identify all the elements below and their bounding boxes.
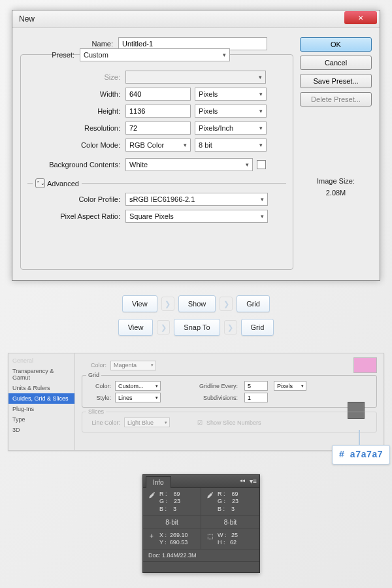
info-rgb-secondary: R : 69 G : 23 B : 3 (201, 488, 259, 516)
menu-snapto-button[interactable]: Snap To (174, 319, 220, 336)
info-tab[interactable]: Info (146, 476, 171, 488)
grid-color-dropdown[interactable]: Custom... (115, 381, 161, 391)
menu-grid-button[interactable]: Grid (241, 319, 274, 336)
chevron-right-icon: ❯ (224, 320, 237, 335)
bg-label: Background Contents: (27, 161, 125, 169)
info-doc-size: Doc: 1.84M/22.3M (143, 549, 259, 562)
guides-color-swatch[interactable] (353, 357, 377, 373)
width-unit-dropdown[interactable]: Pixels (195, 88, 267, 101)
info-panel: Info ◂◂ ▾≡ R : 69 G : 23 B : 3 R : 69 G … (142, 474, 260, 573)
prefs-item-type[interactable]: Type (8, 414, 74, 425)
menu-view-button[interactable]: View (118, 319, 154, 336)
colorbits-dropdown[interactable]: 8 bit (195, 139, 267, 152)
prefs-sidebar: General Transparency & Gamut Units & Rul… (8, 353, 75, 450)
colormode-label: Color Mode: (27, 141, 125, 149)
collapse-icon[interactable]: ◂◂ (240, 478, 245, 483)
prefs-item-guides-grid[interactable]: Guides, Grid & Slices (8, 393, 74, 404)
resolution-label: Resolution: (27, 124, 125, 132)
subdivisions-input[interactable] (244, 393, 268, 402)
menu-grid-button[interactable]: Grid (237, 295, 270, 312)
menu-show-button[interactable]: Show (178, 295, 216, 312)
close-icon: ✕ (358, 14, 363, 22)
info-xy: + X : 269.10 Y : 690.53 (143, 529, 201, 550)
resolution-unit-dropdown[interactable]: Pixels/Inch (195, 122, 267, 135)
info-bit-2: 8-bit (201, 516, 259, 529)
profile-label: Color Profile: (27, 195, 125, 203)
grid-color-label: Color: (86, 383, 111, 389)
advanced-toggle[interactable]: ⌃⌄ (35, 178, 45, 188)
gridline-unit-dropdown[interactable]: Pixels (274, 381, 306, 391)
par-label: Pixel Aspect Ratio: (27, 212, 125, 220)
par-dropdown[interactable]: Square Pixels (125, 210, 268, 223)
size-label: Size: (27, 73, 125, 81)
gridline-every-label: Gridline Every: (195, 383, 240, 389)
menu-view-button[interactable]: View (122, 295, 157, 312)
size-dropdown (125, 71, 266, 84)
dialog-title: New (19, 14, 35, 24)
new-document-dialog: New ✕ Name: Preset: Custom Size: Width: (12, 10, 380, 281)
grid-style-dropdown[interactable]: Lines (115, 393, 161, 402)
width-input[interactable] (125, 88, 191, 101)
ok-button[interactable]: OK (300, 37, 372, 52)
slices-group-label: Slices (86, 408, 106, 415)
height-unit-dropdown[interactable]: Pixels (195, 105, 267, 118)
preferences-panel: General Transparency & Gamut Units & Rul… (8, 353, 384, 451)
advanced-label: Advanced (47, 180, 79, 188)
prefs-item-transparency[interactable]: Transparency & Gamut (8, 366, 74, 383)
slices-color-label: Line Color: (86, 419, 120, 426)
profile-dropdown[interactable]: sRGB IEC61966-2.1 (125, 193, 268, 206)
dimensions-icon: ⬚ (205, 532, 214, 547)
grid-style-label: Style: (86, 395, 111, 401)
height-label: Height: (27, 107, 125, 115)
crosshair-icon: + (147, 532, 156, 547)
chevron-right-icon: ❯ (220, 297, 233, 311)
chevron-right-icon: ❯ (157, 320, 170, 335)
info-rgb-primary: R : 69 G : 23 B : 3 (143, 488, 201, 516)
grid-group-label: Grid (86, 372, 101, 378)
cancel-button[interactable]: Cancel (300, 56, 372, 70)
info-panel-footer (143, 562, 259, 572)
bg-color-swatch[interactable] (257, 160, 266, 169)
prefs-item-plugins[interactable]: Plug-Ins (8, 404, 74, 414)
chevron-right-icon: ❯ (161, 297, 174, 311)
colormode-dropdown[interactable]: RGB Color (125, 139, 191, 152)
slices-color-dropdown[interactable]: Light Blue (124, 417, 170, 427)
prefs-item-units[interactable]: Units & Rulers (8, 383, 74, 393)
show-slice-numbers-label: Show Slice Numbers (206, 419, 261, 426)
dialog-titlebar[interactable]: New ✕ (12, 10, 380, 28)
panel-menu-icon[interactable]: ▾≡ (250, 478, 257, 485)
name-label: Name: (20, 40, 118, 48)
preset-dropdown[interactable]: Custom (80, 48, 230, 61)
width-label: Width: (27, 90, 125, 98)
subdivisions-label: Subdivisions: (195, 395, 240, 401)
bg-dropdown[interactable]: White (125, 158, 253, 171)
gridline-every-input[interactable] (244, 381, 268, 391)
prefs-item-3d[interactable]: 3D (8, 425, 74, 435)
guides-color-label: Color: (82, 362, 106, 368)
menu-path-view-show-grid: View ❯ Show ❯ Grid (0, 295, 392, 312)
preset-label: Preset: (27, 51, 80, 59)
info-wh: ⬚ W : 25 H : 62 (201, 529, 259, 550)
close-button[interactable]: ✕ (344, 11, 377, 24)
save-preset-button[interactable]: Save Preset... (300, 74, 372, 88)
eyedropper-icon (147, 491, 156, 513)
image-size-display: Image Size: 2.08M (300, 176, 372, 199)
info-bit-1: 8-bit (143, 516, 201, 529)
eyedropper-icon (205, 491, 214, 513)
guides-color-dropdown[interactable]: Magenta (110, 361, 156, 370)
prefs-item-general[interactable]: General (8, 355, 74, 366)
menu-path-view-snapto-grid: View ❯ Snap To ❯ Grid (0, 319, 392, 336)
info-tabbar: Info ◂◂ ▾≡ (143, 475, 259, 488)
height-input[interactable] (125, 105, 191, 118)
resolution-input[interactable] (125, 122, 191, 135)
delete-preset-button: Delete Preset... (300, 92, 372, 106)
hex-color-callout: # a7a7a7 (332, 445, 390, 465)
